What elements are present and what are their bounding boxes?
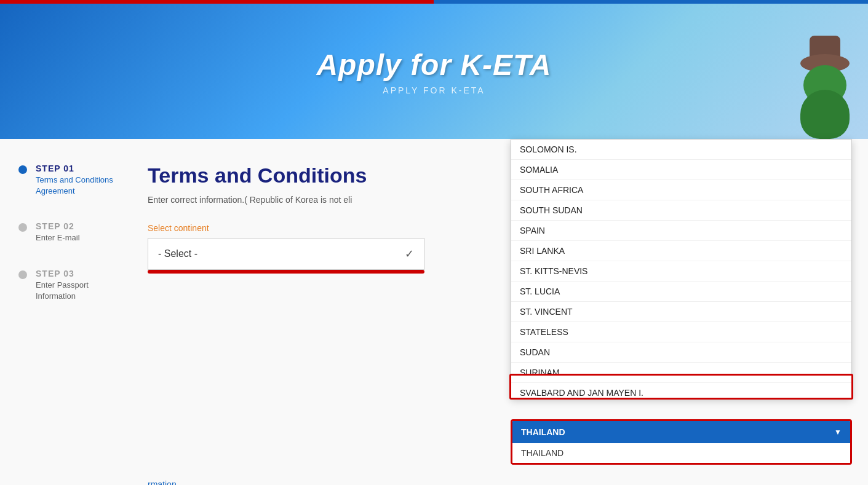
sidebar-item-step02: STEP 02 Enter E-mail [18, 221, 123, 243]
step02-label: Enter E-mail [36, 232, 80, 243]
country-item-svalbard[interactable]: SVALBARD AND JAN MAYEN I. [511, 383, 851, 398]
step03-number: STEP 03 [36, 269, 123, 278]
country-item-spain[interactable]: SPAIN [511, 221, 851, 241]
continent-select-value: - Select - [158, 248, 197, 259]
country-highlight-border: THAILAND ▼ THAILAND [511, 419, 852, 465]
hero-subtitle: APPLY FOR K-ETA [383, 85, 485, 95]
step03-label: Enter Passport Information [36, 280, 123, 302]
country-item-south-sudan[interactable]: SOUTH SUDAN [511, 200, 851, 221]
step01-number: STEP 01 [36, 164, 123, 173]
continent-option-select[interactable]: - Select - [149, 272, 423, 274]
country-selected-display[interactable]: THAILAND ▼ [512, 421, 850, 443]
country-dropdown-container: SOLOMON IS. SOMALIA SOUTH AFRICA SOUTH S… [511, 139, 852, 398]
country-select-arrow: ▼ [834, 428, 842, 436]
country-select-highlighted: THAILAND ▼ THAILAND [511, 419, 852, 465]
step02-dot [18, 223, 27, 232]
country-item-south-africa[interactable]: SOUTH AFRICA [511, 180, 851, 200]
hero-section: Apply for K-ETA APPLY FOR K-ETA [0, 4, 868, 139]
continent-select[interactable]: - Select - ✓ [148, 238, 424, 270]
country-item-sri-lanka[interactable]: SRI LANKA [511, 241, 851, 261]
continent-select-wrapper: - Select - ✓ - Select - AFRICA AMERICAS … [148, 238, 424, 270]
continent-options-list: - Select - AFRICA AMERICAS ASIA-PACIFIC … [149, 272, 423, 274]
country-item-stateless[interactable]: STATELESS [511, 322, 851, 342]
country-item-solomon[interactable]: SOLOMON IS. [511, 140, 851, 160]
country-item-surinam[interactable]: SURINAM [511, 363, 851, 383]
country-item-st-vincent[interactable]: ST. VINCENT [511, 302, 851, 322]
sidebar-item-step03: STEP 03 Enter Passport Information [18, 269, 123, 302]
continent-dropdown: - Select - AFRICA AMERICAS ASIA-PACIFIC … [148, 270, 424, 274]
country-item-sudan[interactable]: SUDAN [511, 342, 851, 363]
step01-dot [18, 165, 27, 174]
step01-label: Terms and Conditions Agreement [36, 175, 123, 197]
personal-info-link[interactable]: rmation [148, 479, 177, 485]
country-next-item[interactable]: THAILAND [512, 443, 850, 463]
country-item-st-kitts[interactable]: ST. KITTS-NEVIS [511, 261, 851, 282]
chevron-down-icon: ✓ [405, 247, 414, 261]
step03-dot [18, 270, 27, 279]
sidebar-item-step01: STEP 01 Terms and Conditions Agreement [18, 164, 123, 197]
step02-number: STEP 02 [36, 221, 80, 231]
country-item-somalia[interactable]: SOMALIA [511, 160, 851, 180]
mascot-character [794, 65, 856, 139]
country-item-st-lucia[interactable]: ST. LUCIA [511, 282, 851, 302]
sidebar: STEP 01 Terms and Conditions Agreement S… [0, 139, 135, 485]
country-list[interactable]: SOLOMON IS. SOMALIA SOUTH AFRICA SOUTH S… [511, 140, 851, 398]
personal-info-section: rmation nd se of personal information as… [148, 479, 843, 485]
main-container: STEP 01 Terms and Conditions Agreement S… [0, 139, 868, 485]
hero-title: Apply for K-ETA [316, 48, 551, 82]
country-selected-label: THAILAND [521, 427, 565, 437]
